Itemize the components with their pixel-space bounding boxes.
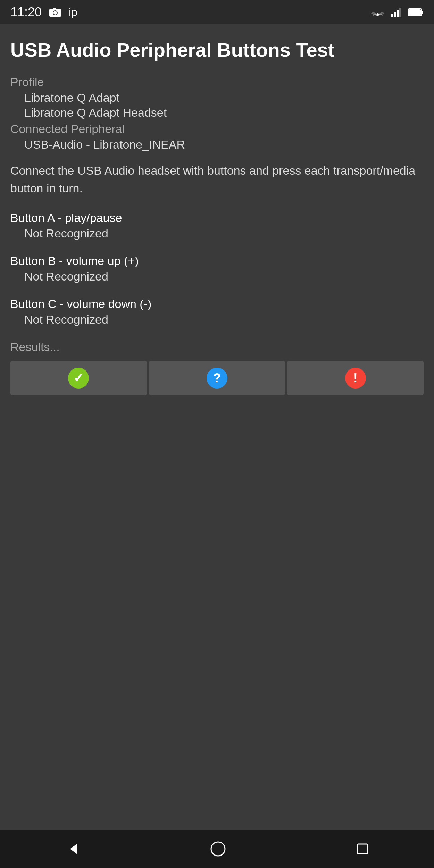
svg-rect-4	[391, 14, 393, 17]
results-label: Results...	[10, 340, 424, 354]
battery-icon	[408, 8, 424, 17]
connected-peripheral-section: Connected Peripheral USB-Audio - Librato…	[10, 122, 424, 151]
connected-peripheral-label: Connected Peripheral	[10, 122, 424, 136]
svg-point-12	[211, 842, 225, 856]
profile-section: Profile Libratone Q Adapt Libratone Q Ad…	[10, 75, 424, 119]
button-b-status: Not Recognized	[24, 270, 424, 283]
button-b-row: Button B - volume up (+) Not Recognized	[10, 254, 424, 283]
main-content: USB Audio Peripheral Buttons Test Profil…	[0, 24, 434, 402]
instruction-text: Connect the USB Audio headset with butto…	[10, 162, 424, 197]
svg-rect-10	[409, 9, 421, 15]
svg-rect-7	[399, 8, 401, 17]
nav-back-button[interactable]	[64, 840, 81, 858]
button-c-row: Button C - volume down (-) Not Recognize…	[10, 297, 424, 326]
button-a-row: Button A - play/pause Not Recognized	[10, 211, 424, 240]
fail-icon: !	[345, 368, 366, 389]
status-bar-left: 11:20 ip	[10, 5, 77, 19]
fail-button[interactable]: !	[287, 361, 424, 395]
button-c-label: Button C - volume down (-)	[10, 297, 424, 311]
status-time: 11:20	[10, 5, 42, 19]
button-b-label: Button B - volume up (+)	[10, 254, 424, 268]
button-c-status: Not Recognized	[24, 313, 424, 326]
svg-rect-13	[358, 844, 367, 854]
wifi-icon	[370, 6, 385, 18]
nav-home-button[interactable]	[209, 840, 227, 858]
status-bar-right	[370, 6, 424, 18]
connected-peripheral-value: USB-Audio - Libratone_INEAR	[24, 138, 424, 151]
nav-bar	[0, 830, 434, 868]
profile-item-1: Libratone Q Adapt	[24, 91, 424, 105]
svg-rect-3	[53, 8, 56, 9]
status-bar: 11:20 ip	[0, 0, 434, 24]
svg-marker-11	[70, 844, 77, 854]
profile-item-2: Libratone Q Adapt Headset	[24, 106, 424, 119]
action-buttons: ✓ ? !	[10, 361, 424, 395]
svg-point-2	[53, 11, 57, 15]
svg-rect-9	[422, 11, 423, 14]
status-ip-label: ip	[69, 6, 77, 19]
pass-icon: ✓	[68, 368, 89, 389]
nav-recent-button[interactable]	[355, 841, 370, 857]
svg-rect-5	[394, 12, 396, 17]
signal-icon	[391, 6, 403, 18]
button-a-label: Button A - play/pause	[10, 211, 424, 225]
pass-button[interactable]: ✓	[10, 361, 147, 395]
svg-rect-6	[397, 10, 399, 17]
unknown-button[interactable]: ?	[149, 361, 285, 395]
photo-icon	[49, 7, 62, 18]
profile-label: Profile	[10, 75, 424, 89]
button-a-status: Not Recognized	[24, 227, 424, 240]
page-title: USB Audio Peripheral Buttons Test	[10, 38, 424, 61]
unknown-icon: ?	[207, 368, 227, 389]
